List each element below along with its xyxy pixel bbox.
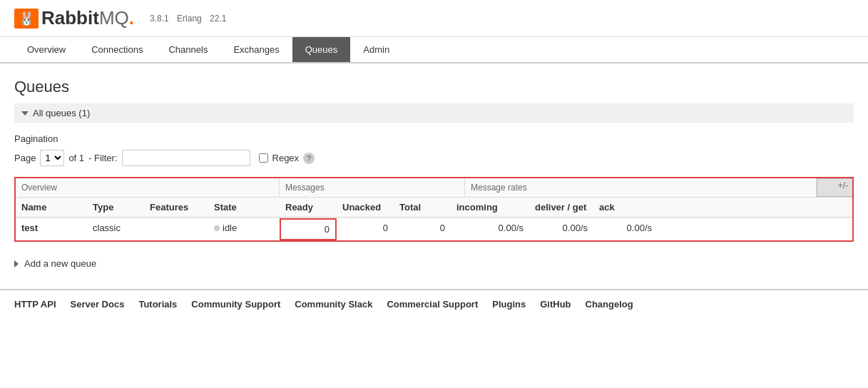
nav-exchanges[interactable]: Exchanges [220, 37, 292, 62]
queues-table: Overview Messages Message rates +/- Name… [14, 177, 854, 242]
table-section-headers: Overview Messages Message rates +/- [16, 178, 852, 198]
all-queues-label: All queues (1) [33, 108, 90, 118]
col-features: Features [144, 198, 208, 217]
col-incoming: incoming [451, 198, 529, 217]
footer-community-support[interactable]: Community Support [191, 299, 280, 310]
footer-changelog[interactable]: Changelog [586, 299, 633, 310]
col-name: Name [16, 198, 87, 217]
logo-dot: . [129, 7, 134, 29]
add-queue-label: Add a new queue [24, 258, 96, 269]
footer-http-api[interactable]: HTTP API [14, 299, 56, 310]
cell-ready: 0 [280, 218, 337, 240]
version-number: 3.8.1 [150, 14, 169, 24]
cell-total: 0 [394, 218, 451, 240]
footer-github[interactable]: GitHub [540, 299, 571, 310]
add-queue-row[interactable]: Add a new queue [14, 252, 854, 275]
nav-admin[interactable]: Admin [350, 37, 402, 62]
regex-checkbox[interactable] [259, 153, 268, 163]
pagination-row: Page 1 of 1 - Filter: Regex ? [14, 150, 854, 166]
nav-channels[interactable]: Channels [155, 37, 220, 62]
footer: HTTP API Server Docs Tutorials Community… [0, 289, 868, 318]
col-type: Type [87, 198, 144, 217]
col-deliver-get: deliver / get [529, 198, 593, 217]
page-label: Page [14, 153, 36, 163]
header: 🐰 RabbitMQ. 3.8.1 Erlang 22.1 [0, 0, 868, 37]
cell-features [144, 218, 208, 240]
filter-input[interactable] [122, 150, 250, 166]
filter-label: - Filter: [88, 153, 117, 163]
all-queues-header[interactable]: All queues (1) [14, 103, 854, 123]
page-title: Queues [14, 78, 854, 96]
cell-incoming: 0.00/s [451, 218, 529, 240]
logo-container: 🐰 RabbitMQ. 3.8.1 Erlang 22.1 [14, 7, 232, 29]
footer-server-docs[interactable]: Server Docs [71, 299, 125, 310]
col-ready: Ready [280, 198, 337, 217]
nav-queues[interactable]: Queues [292, 37, 351, 62]
pagination-label: Pagination [14, 133, 854, 144]
nav: Overview Connections Channels Exchanges … [0, 37, 868, 63]
erlang-version: 22.1 [210, 14, 226, 24]
page-select[interactable]: 1 [40, 150, 64, 166]
table-col-headers: Name Type Features State Ready Unacked T… [16, 198, 852, 218]
table-row: test classic idle 0 0 0 0.00/s 0.00/s 0.… [16, 218, 852, 240]
regex-label: Regex [272, 153, 300, 163]
expand-icon [14, 260, 19, 267]
footer-tutorials[interactable]: Tutorials [138, 299, 177, 310]
nav-connections[interactable]: Connections [78, 37, 155, 62]
cell-state: idle [208, 218, 280, 240]
of-label: of 1 [68, 153, 84, 163]
help-icon[interactable]: ? [303, 153, 315, 164]
cell-deliver-get: 0.00/s [529, 218, 593, 240]
main-content: Queues All queues (1) Pagination Page 1 … [0, 63, 868, 282]
col-ack: ack [593, 198, 658, 217]
footer-commercial-support[interactable]: Commercial Support [387, 299, 478, 310]
logo-icon: 🐰 [14, 9, 39, 29]
logo: 🐰 RabbitMQ. [14, 7, 134, 29]
col-total: Total [394, 198, 451, 217]
version-info: 3.8.1 Erlang 22.1 [150, 14, 232, 24]
section-message-rates: Message rates [465, 178, 817, 197]
col-unacked: Unacked [337, 198, 394, 217]
logo-rabbit: Rabbit [41, 7, 99, 29]
col-state: State [208, 198, 280, 217]
cell-type: classic [87, 218, 144, 240]
section-messages: Messages [280, 178, 465, 197]
collapse-icon [21, 111, 29, 116]
cell-unacked: 0 [337, 218, 394, 240]
plus-minus-button[interactable]: +/- [817, 178, 852, 197]
state-dot [214, 225, 220, 231]
footer-community-slack[interactable]: Community Slack [295, 299, 372, 310]
cell-name[interactable]: test [16, 218, 87, 240]
cell-ack: 0.00/s [593, 218, 658, 240]
logo-mq: MQ [99, 7, 129, 29]
erlang-label: Erlang [177, 14, 202, 24]
footer-plugins[interactable]: Plugins [492, 299, 526, 310]
nav-overview[interactable]: Overview [14, 37, 78, 62]
section-overview: Overview [16, 178, 280, 197]
